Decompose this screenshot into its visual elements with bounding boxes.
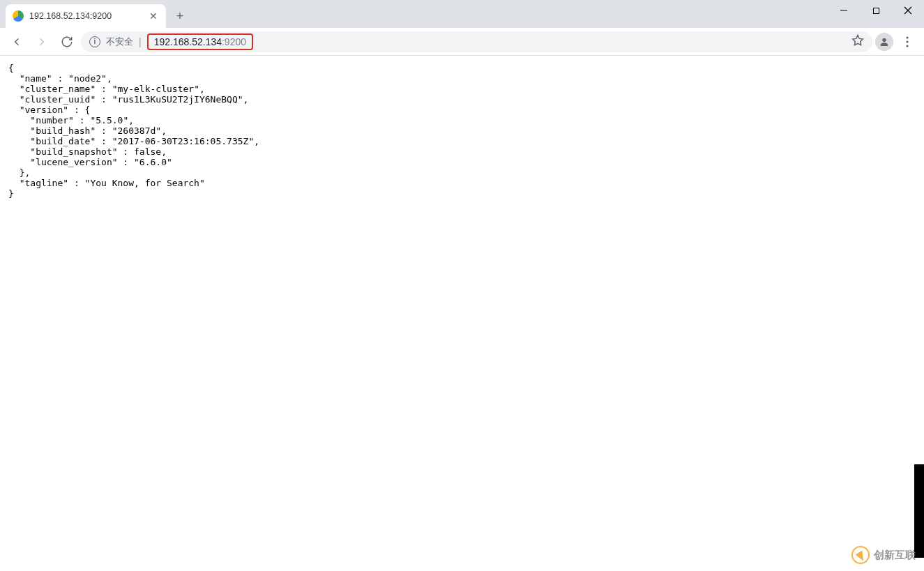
reload-button[interactable]	[56, 31, 78, 53]
close-tab-button[interactable]: ✕	[148, 10, 159, 22]
url-host: 192.168.52.134	[154, 36, 222, 47]
insecure-label: 不安全	[106, 36, 133, 48]
watermark-text: 创新互联	[874, 549, 916, 562]
close-window-button[interactable]	[892, 0, 924, 21]
svg-marker-4	[853, 36, 863, 45]
json-build-snapshot: false	[134, 146, 161, 157]
json-cluster-name: my-elk-cluster	[118, 84, 195, 94]
tab-title: 192.168.52.134:9200	[29, 11, 142, 21]
svg-point-6	[906, 36, 908, 38]
right-edge-shadow	[914, 464, 924, 558]
back-button[interactable]	[6, 31, 28, 53]
svg-point-8	[906, 45, 908, 47]
tab-strip: 192.168.52.134:9200 ✕ +	[0, 0, 924, 28]
json-tagline: You Know, for Search	[90, 178, 199, 188]
json-build-date: 2017-06-30T23:16:05.735Z	[118, 136, 249, 146]
browser-tab[interactable]: 192.168.52.134:9200 ✕	[6, 4, 166, 28]
json-cluster-uuid: rus1L3KuSU2T2jIY6NeBQQ	[118, 94, 238, 105]
json-build-hash: 260387d	[118, 125, 156, 136]
json-version-number: 5.5.0	[96, 115, 123, 125]
svg-point-7	[906, 40, 908, 43]
response-body: { "name" : "node2", "cluster_name" : "my…	[0, 56, 924, 206]
watermark: 创新互联	[851, 546, 916, 564]
svg-rect-1	[873, 8, 879, 13]
svg-point-5	[882, 38, 886, 41]
new-tab-button[interactable]: +	[170, 6, 190, 26]
profile-avatar[interactable]	[875, 33, 893, 51]
url-highlight-box: 192.168.52.134:9200	[147, 33, 253, 50]
json-lucene-version: 6.6.0	[139, 157, 167, 167]
forward-button[interactable]	[31, 31, 53, 53]
address-bar[interactable]: i 不安全 | 192.168.52.134:9200	[81, 31, 872, 52]
kebab-menu-icon[interactable]	[896, 31, 918, 53]
bookmark-star-icon[interactable]	[851, 34, 864, 49]
json-name: node2	[74, 73, 101, 84]
site-info-icon[interactable]: i	[89, 36, 100, 47]
maximize-button[interactable]	[860, 0, 892, 21]
minimize-button[interactable]	[828, 0, 860, 21]
separator: |	[139, 36, 142, 47]
browser-toolbar: i 不安全 | 192.168.52.134:9200	[0, 28, 924, 56]
window-controls	[828, 0, 924, 21]
favicon-icon	[13, 10, 24, 22]
watermark-logo-icon	[851, 546, 870, 564]
url-port: :9200	[222, 36, 246, 47]
